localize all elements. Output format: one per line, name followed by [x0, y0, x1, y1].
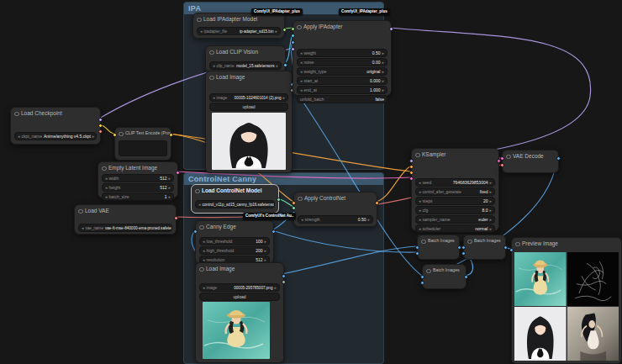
prev-arrow-icon[interactable]: ◂: [419, 227, 421, 231]
output-image-slot[interactable]: [503, 245, 508, 250]
input-negative-slot[interactable]: [409, 171, 414, 175]
widget-control-after-generate[interactable]: ◂ control_after_generate fixed ▸: [415, 187, 495, 196]
node-load-checkpoint[interactable]: Load Checkpoint ◂ ckpt_name Anime/anythi…: [10, 107, 101, 145]
next-arrow-icon[interactable]: ▸: [276, 64, 278, 68]
prev-arrow-icon[interactable]: ◂: [18, 135, 20, 139]
next-arrow-icon[interactable]: ▸: [264, 249, 266, 253]
input-image1-slot[interactable]: [461, 245, 466, 250]
widget-batch-size[interactable]: ◂ batch_size 1 ▸: [102, 193, 174, 201]
input-clip-slot[interactable]: [113, 133, 117, 137]
prev-arrow-icon[interactable]: ◂: [300, 61, 303, 65]
prev-arrow-icon[interactable]: ◂: [105, 195, 108, 199]
input-clip-vision-slot[interactable]: [291, 34, 295, 38]
widget-control-net-name[interactable]: ◂ control_v11p_sd15_canny_fp16.safetenso…: [195, 200, 275, 208]
prev-arrow-icon[interactable]: ◂: [300, 88, 303, 92]
node-batch-images-2[interactable]: Batch Images: [463, 235, 506, 260]
prev-arrow-icon[interactable]: ◂: [301, 218, 303, 222]
prev-arrow-icon[interactable]: ◂: [300, 79, 303, 83]
input-ipadapter-slot[interactable]: [291, 27, 295, 31]
prev-arrow-icon[interactable]: ◂: [82, 226, 84, 230]
widget-end-at[interactable]: ◂ end_at 1.000 ▸: [297, 86, 387, 94]
node-empty-latent-image[interactable]: Empty Latent Image ◂ width 512 ▸ ◂ heigh…: [98, 161, 178, 198]
widget-strength[interactable]: ◂ strength 0.50 ▸: [298, 215, 373, 224]
next-arrow-icon[interactable]: ▸: [367, 218, 370, 222]
widget-ckpt-name[interactable]: ◂ ckpt_name Anime/anything v4.5.ckpt ▸: [14, 132, 97, 140]
prev-arrow-icon[interactable]: ◂: [105, 177, 108, 181]
output-model-slot[interactable]: [389, 27, 393, 31]
input-vae-slot[interactable]: [500, 163, 504, 167]
output-model-slot[interactable]: [98, 118, 103, 122]
next-arrow-icon[interactable]: ▸: [489, 181, 492, 185]
next-arrow-icon[interactable]: ▸: [282, 96, 285, 100]
output-clip-vision-slot[interactable]: [283, 63, 287, 67]
prev-arrow-icon[interactable]: ◂: [300, 70, 303, 74]
node-vae-decode[interactable]: VAE Decode: [502, 150, 559, 173]
node-editor-canvas[interactable]: IPA ControlNet Canny ComfyUI_IPAdapter_p…: [0, 0, 622, 364]
output-conditioning-slot[interactable]: [169, 133, 173, 137]
input-image1-slot[interactable]: [420, 275, 424, 279]
next-arrow-icon[interactable]: ▸: [92, 135, 95, 139]
prev-arrow-icon[interactable]: ◂: [203, 249, 205, 253]
input-image-slot[interactable]: [291, 40, 295, 45]
widget-seed[interactable]: ◂ seed 764683629853004 ▸: [415, 178, 495, 187]
prev-arrow-icon[interactable]: ◂: [419, 208, 421, 213]
node-ksampler[interactable]: KSampler ◂ seed 764683629853004 ▸ ◂ cont…: [411, 148, 499, 231]
prompt-textarea[interactable]: [119, 140, 167, 156]
node-clip-text-encode[interactable]: CLIP Text Encode (Prompt): [114, 127, 171, 161]
prev-arrow-icon[interactable]: ◂: [213, 96, 215, 100]
node-apply-controlnet[interactable]: Apply ControlNet ◂ strength 0.50 ▸: [293, 192, 377, 227]
input-images-slot[interactable]: [509, 248, 514, 252]
widget-steps[interactable]: ◂ steps 20 ▸: [415, 197, 495, 205]
widget-noise[interactable]: ◂ noise 0.00 ▸: [297, 58, 387, 66]
output-vae-slot[interactable]: [98, 129, 103, 134]
widget-image[interactable]: ◂ image 00005-295785007.png ▸: [199, 283, 280, 292]
next-arrow-icon[interactable]: ▸: [168, 186, 171, 190]
widget-high-threshold[interactable]: ◂ high_threshold 200 ▸: [199, 246, 270, 255]
output-mask-slot[interactable]: [282, 280, 286, 284]
widget-weight[interactable]: ◂ weight 0.50 ▸: [297, 49, 387, 57]
next-arrow-icon[interactable]: ▸: [275, 29, 277, 34]
widget-scheduler[interactable]: ◂ scheduler normal ▸: [415, 224, 495, 233]
node-batch-images-3[interactable]: Batch Images: [422, 264, 466, 289]
prev-arrow-icon[interactable]: ◂: [213, 64, 215, 68]
node-apply-ipadapter[interactable]: Apply IPAdapter ◂ weight 0.50 ▸ ◂ noise …: [293, 20, 392, 96]
widget-image[interactable]: ◂ image 00005-1024601014 (2).png ▸: [209, 93, 288, 102]
input-image-slot[interactable]: [193, 229, 198, 234]
output-image-slot[interactable]: [271, 229, 276, 234]
output-image-slot[interactable]: [464, 275, 468, 279]
next-arrow-icon[interactable]: ▸: [489, 227, 492, 231]
input-image2-slot[interactable]: [415, 251, 419, 256]
node-load-image-controlnet[interactable]: Load Image ◂ image 00005-295785007.png ▸…: [195, 262, 284, 363]
upload-button[interactable]: upload: [199, 293, 280, 301]
widget-ipadapter-file[interactable]: ◂ ipadapter_file ip-adapter_sd15.bin ▸: [197, 27, 281, 35]
next-arrow-icon[interactable]: ▸: [489, 208, 492, 213]
widget-height[interactable]: ◂ height 512 ▸: [102, 183, 174, 192]
output-ipadapter-slot[interactable]: [282, 28, 287, 32]
widget-low-threshold[interactable]: ◂ low_threshold 100 ▸: [199, 237, 270, 245]
node-load-clip-vision[interactable]: Load CLIP Vision ◂ clip_name model_15.sa…: [205, 45, 286, 73]
input-model-slot[interactable]: [291, 47, 295, 51]
widget-cfg[interactable]: ◂ cfg 8.0 ▸: [415, 206, 495, 214]
input-control-net-slot[interactable]: [292, 206, 296, 210]
output-control-net-slot[interactable]: [277, 198, 281, 202]
input-model-slot[interactable]: [409, 159, 414, 163]
input-conditioning-slot[interactable]: [292, 201, 296, 205]
output-vae-slot[interactable]: [174, 216, 178, 220]
widget-weight-type[interactable]: ◂ weight_type original ▸: [297, 67, 387, 76]
next-arrow-icon[interactable]: ▸: [264, 258, 266, 262]
input-latent-image-slot[interactable]: [409, 177, 414, 181]
prev-arrow-icon[interactable]: ◂: [300, 51, 303, 55]
input-samples-slot[interactable]: [500, 156, 504, 161]
prev-arrow-icon[interactable]: ◂: [203, 240, 205, 244]
widget-start-at[interactable]: ◂ start_at 0.000 ▸: [297, 76, 387, 85]
next-arrow-icon[interactable]: ▸: [382, 79, 384, 83]
next-arrow-icon[interactable]: ▸: [382, 51, 384, 55]
output-image-slot[interactable]: [556, 156, 561, 161]
next-arrow-icon[interactable]: ▸: [168, 195, 171, 199]
input-image2-slot[interactable]: [420, 281, 424, 285]
input-positive-slot[interactable]: [409, 165, 414, 169]
widget-unfold-batch[interactable]: unfold_batch false: [297, 95, 387, 103]
next-arrow-icon[interactable]: ▸: [382, 88, 384, 92]
next-arrow-icon[interactable]: ▸: [382, 61, 384, 65]
prev-arrow-icon[interactable]: ◂: [419, 218, 421, 222]
